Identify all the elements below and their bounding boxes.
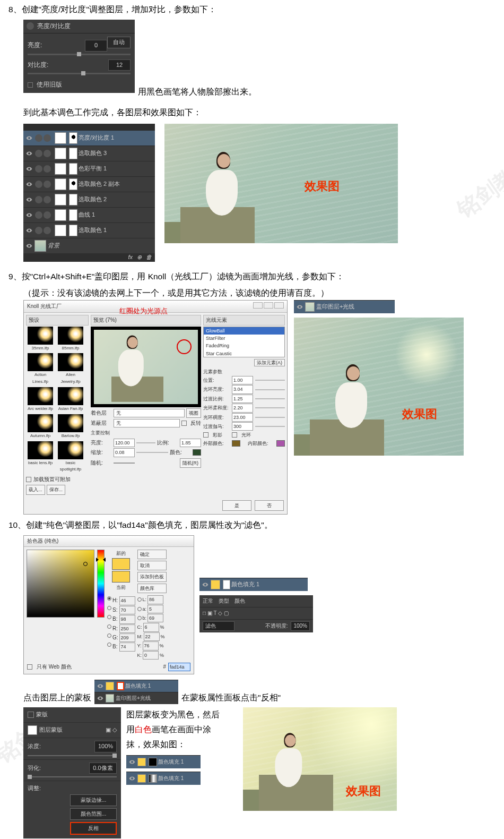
preset-item[interactable]: Action Lines.lfp: [26, 353, 55, 386]
a-input[interactable]: 5: [147, 605, 163, 613]
eye-icon[interactable]: [25, 196, 33, 203]
gamma-input[interactable]: 300: [232, 422, 253, 431]
preset-item[interactable]: Arc welder.lfp: [26, 387, 55, 413]
layer-row[interactable]: 亮度/对比度 1: [23, 130, 155, 145]
preset-item[interactable]: 85mm.lfp: [56, 327, 85, 352]
random-button[interactable]: 随机(R): [180, 458, 202, 468]
blend-mode-select[interactable]: 滤色: [203, 621, 234, 631]
layer-mask-highlighted[interactable]: [117, 682, 124, 690]
b-input[interactable]: 98: [119, 615, 135, 623]
g-radio[interactable]: [107, 633, 111, 638]
obscure-layer-select[interactable]: 无: [114, 419, 180, 427]
layer-row[interactable]: 选取颜色 1: [23, 222, 155, 238]
bc-radio[interactable]: [107, 643, 111, 647]
feather-slider[interactable]: [28, 776, 117, 777]
web-only-checkbox[interactable]: [27, 664, 32, 670]
legacy-checkbox[interactable]: [28, 82, 33, 88]
density-slider[interactable]: [28, 755, 117, 756]
eye-icon[interactable]: [25, 165, 33, 173]
hue-slider[interactable]: [97, 550, 105, 618]
brightness-input[interactable]: 120.00: [114, 439, 135, 447]
layer-row[interactable]: 盖印图层+光线: [294, 300, 395, 313]
ring-checkbox[interactable]: [232, 432, 237, 438]
hex-input[interactable]: fad14a: [168, 663, 190, 671]
layer-row[interactable]: 选取颜色 2 副本: [23, 176, 155, 192]
preset-item[interactable]: Alien Jewelry.lfp: [56, 353, 85, 386]
view-button[interactable]: 视图: [186, 408, 201, 418]
density-input[interactable]: 100%: [94, 741, 117, 752]
color-range-button[interactable]: 颜色范围...: [70, 808, 117, 820]
eye-icon[interactable]: [25, 242, 33, 250]
brightness-input[interactable]: 0: [85, 40, 107, 52]
scale-slider[interactable]: [136, 449, 168, 456]
layer-row[interactable]: 颜色填充 1: [126, 755, 201, 768]
layer-row[interactable]: 盖印图层+光线: [94, 692, 178, 704]
k-input[interactable]: 0: [143, 651, 159, 660]
eye-icon[interactable]: [25, 211, 33, 219]
ok-button[interactable]: 是: [222, 500, 251, 511]
contrast-slider[interactable]: [28, 73, 131, 74]
layer-row[interactable]: 选取颜色 2: [23, 192, 155, 207]
color-layer-select[interactable]: 无: [114, 409, 185, 417]
ringbright-input[interactable]: 3.04: [232, 385, 253, 393]
load-button[interactable]: 载入...: [26, 485, 45, 494]
s-radio[interactable]: [107, 606, 111, 610]
layer-row[interactable]: 颜色填充 1: [199, 578, 308, 591]
add-swatch-button[interactable]: 添加到色板: [137, 572, 167, 581]
s-input[interactable]: 70: [119, 606, 135, 614]
color-shadow-checkbox[interactable]: [203, 432, 208, 438]
opacity-input[interactable]: 100%: [291, 621, 310, 631]
eye-icon[interactable]: [202, 581, 209, 588]
ringdens-input[interactable]: 23.00: [232, 413, 253, 422]
cancel-button[interactable]: 取消: [137, 561, 167, 570]
color-gradient[interactable]: [27, 550, 94, 618]
layer-row[interactable]: 颜色填充 1: [126, 772, 201, 785]
list-item[interactable]: StarFilter: [204, 335, 284, 342]
layer-row[interactable]: 曲线 1: [23, 207, 155, 222]
ringsoft-input[interactable]: 2.20: [232, 404, 253, 412]
outer-color-swatch[interactable]: [232, 440, 240, 447]
b-radio[interactable]: [107, 615, 111, 619]
invert-checkbox[interactable]: [181, 421, 187, 426]
maximize-icon[interactable]: [264, 302, 273, 309]
preset-item[interactable]: Barlow.lfp: [56, 414, 85, 440]
eye-icon[interactable]: [97, 682, 104, 690]
eye-icon[interactable]: [25, 134, 33, 142]
eye-icon[interactable]: [25, 227, 33, 234]
overratio-input[interactable]: 1.25: [232, 395, 253, 403]
bc-input[interactable]: 74: [119, 643, 135, 651]
mask-edge-button[interactable]: 蒙版边缘...: [70, 794, 117, 806]
preset-item[interactable]: Autumn.lfp: [26, 414, 55, 440]
b2-input[interactable]: 69: [147, 614, 163, 622]
brightness-slider[interactable]: [28, 54, 131, 55]
position-input[interactable]: 1.00: [232, 376, 253, 384]
auto-button[interactable]: 自动: [107, 37, 131, 48]
close-icon[interactable]: [274, 302, 284, 309]
l-input[interactable]: 86: [147, 595, 163, 604]
eye-icon[interactable]: [128, 775, 136, 782]
layer-row[interactable]: 背景: [23, 238, 155, 253]
h-radio[interactable]: [107, 596, 111, 601]
layer-row[interactable]: 色彩平衡 1: [23, 161, 155, 176]
tab[interactable]: 颜色: [234, 597, 245, 605]
preset-item[interactable]: basic spotlight.lfp: [56, 441, 85, 474]
save-button[interactable]: 保存...: [47, 485, 66, 494]
invert-button[interactable]: 反相: [70, 822, 117, 835]
eye-icon[interactable]: [296, 303, 303, 311]
layer-row[interactable]: 颜色填充 1: [94, 680, 178, 692]
preset-item[interactable]: basic lens.lfp: [26, 441, 55, 474]
mask-tab[interactable]: 蒙版: [36, 710, 48, 720]
list-item[interactable]: Star Caustic: [204, 350, 284, 357]
list-item[interactable]: GlowBall: [204, 327, 284, 335]
layer-mask[interactable]: [69, 132, 77, 144]
cancel-button[interactable]: 否: [255, 500, 284, 511]
y-input[interactable]: 76: [143, 641, 159, 650]
tab[interactable]: 类型: [219, 597, 229, 605]
feather-input[interactable]: 0.0像素: [89, 763, 117, 774]
tab[interactable]: 正常: [203, 597, 213, 605]
preset-item[interactable]: Asian Fan.lfp: [56, 387, 85, 413]
add-element-button[interactable]: 添加元素(A): [254, 359, 285, 366]
eye-icon[interactable]: [128, 758, 136, 766]
color-lib-button[interactable]: 颜色库: [137, 584, 167, 593]
elements-list[interactable]: GlowBall StarFilter FadedRing Star Caust…: [203, 327, 285, 357]
